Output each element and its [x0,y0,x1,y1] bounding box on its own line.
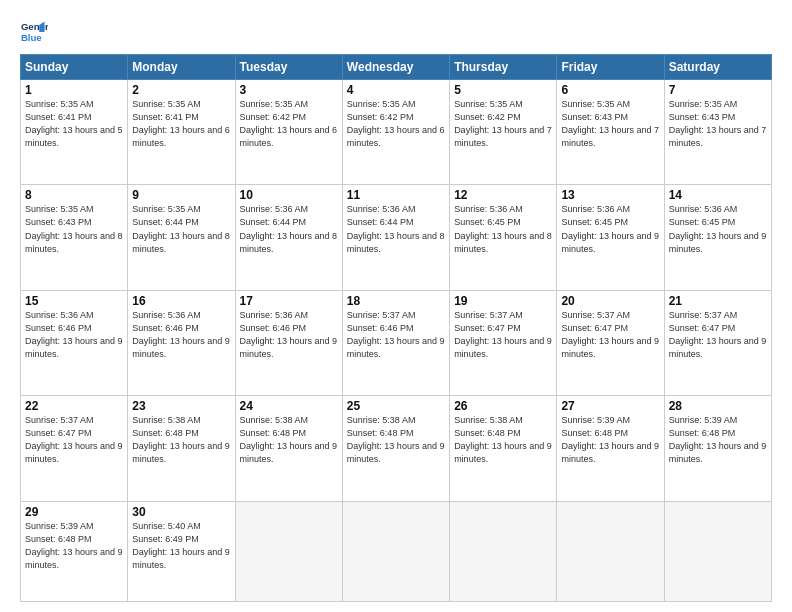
calendar-day-cell: 9Sunrise: 5:35 AMSunset: 6:44 PMDaylight… [128,185,235,290]
logo: General Blue [20,18,48,46]
day-info: Sunrise: 5:35 AMSunset: 6:42 PMDaylight:… [347,98,445,150]
day-number: 14 [669,188,767,202]
calendar-day-cell: 26Sunrise: 5:38 AMSunset: 6:48 PMDayligh… [450,396,557,501]
day-number: 17 [240,294,338,308]
day-info: Sunrise: 5:38 AMSunset: 6:48 PMDaylight:… [347,414,445,466]
calendar-day-cell [557,501,664,601]
day-info: Sunrise: 5:36 AMSunset: 6:44 PMDaylight:… [347,203,445,255]
day-number: 4 [347,83,445,97]
day-number: 28 [669,399,767,413]
calendar-day-cell: 2Sunrise: 5:35 AMSunset: 6:41 PMDaylight… [128,80,235,185]
day-number: 26 [454,399,552,413]
day-number: 25 [347,399,445,413]
calendar-day-cell: 28Sunrise: 5:39 AMSunset: 6:48 PMDayligh… [664,396,771,501]
calendar-day-cell: 8Sunrise: 5:35 AMSunset: 6:43 PMDaylight… [21,185,128,290]
day-info: Sunrise: 5:35 AMSunset: 6:41 PMDaylight:… [25,98,123,150]
calendar-day-cell: 6Sunrise: 5:35 AMSunset: 6:43 PMDaylight… [557,80,664,185]
day-info: Sunrise: 5:36 AMSunset: 6:45 PMDaylight:… [454,203,552,255]
calendar-day-cell: 16Sunrise: 5:36 AMSunset: 6:46 PMDayligh… [128,290,235,395]
calendar-week-row: 22Sunrise: 5:37 AMSunset: 6:47 PMDayligh… [21,396,772,501]
weekday-header: Sunday [21,55,128,80]
calendar-day-cell: 19Sunrise: 5:37 AMSunset: 6:47 PMDayligh… [450,290,557,395]
calendar-day-cell: 3Sunrise: 5:35 AMSunset: 6:42 PMDaylight… [235,80,342,185]
day-number: 11 [347,188,445,202]
page: General Blue SundayMondayTuesdayWednesda… [0,0,792,612]
calendar-day-cell: 15Sunrise: 5:36 AMSunset: 6:46 PMDayligh… [21,290,128,395]
day-info: Sunrise: 5:38 AMSunset: 6:48 PMDaylight:… [454,414,552,466]
day-info: Sunrise: 5:38 AMSunset: 6:48 PMDaylight:… [240,414,338,466]
day-info: Sunrise: 5:36 AMSunset: 6:46 PMDaylight:… [240,309,338,361]
calendar-day-cell: 27Sunrise: 5:39 AMSunset: 6:48 PMDayligh… [557,396,664,501]
day-info: Sunrise: 5:35 AMSunset: 6:44 PMDaylight:… [132,203,230,255]
day-info: Sunrise: 5:35 AMSunset: 6:42 PMDaylight:… [454,98,552,150]
header: General Blue [20,18,772,46]
calendar-week-row: 1Sunrise: 5:35 AMSunset: 6:41 PMDaylight… [21,80,772,185]
day-number: 2 [132,83,230,97]
day-info: Sunrise: 5:38 AMSunset: 6:48 PMDaylight:… [132,414,230,466]
day-number: 9 [132,188,230,202]
day-number: 6 [561,83,659,97]
calendar-day-cell: 24Sunrise: 5:38 AMSunset: 6:48 PMDayligh… [235,396,342,501]
day-number: 27 [561,399,659,413]
day-info: Sunrise: 5:36 AMSunset: 6:44 PMDaylight:… [240,203,338,255]
day-info: Sunrise: 5:37 AMSunset: 6:46 PMDaylight:… [347,309,445,361]
calendar-day-cell: 30Sunrise: 5:40 AMSunset: 6:49 PMDayligh… [128,501,235,601]
day-info: Sunrise: 5:35 AMSunset: 6:43 PMDaylight:… [25,203,123,255]
day-info: Sunrise: 5:37 AMSunset: 6:47 PMDaylight:… [561,309,659,361]
day-info: Sunrise: 5:35 AMSunset: 6:41 PMDaylight:… [132,98,230,150]
weekday-header-row: SundayMondayTuesdayWednesdayThursdayFrid… [21,55,772,80]
day-number: 18 [347,294,445,308]
day-number: 20 [561,294,659,308]
calendar-day-cell: 17Sunrise: 5:36 AMSunset: 6:46 PMDayligh… [235,290,342,395]
day-info: Sunrise: 5:35 AMSunset: 6:43 PMDaylight:… [561,98,659,150]
day-info: Sunrise: 5:39 AMSunset: 6:48 PMDaylight:… [561,414,659,466]
day-number: 10 [240,188,338,202]
day-number: 8 [25,188,123,202]
logo-icon: General Blue [20,18,48,46]
weekday-header: Wednesday [342,55,449,80]
calendar-day-cell: 1Sunrise: 5:35 AMSunset: 6:41 PMDaylight… [21,80,128,185]
day-info: Sunrise: 5:36 AMSunset: 6:46 PMDaylight:… [132,309,230,361]
day-number: 24 [240,399,338,413]
day-info: Sunrise: 5:36 AMSunset: 6:45 PMDaylight:… [561,203,659,255]
calendar-day-cell: 25Sunrise: 5:38 AMSunset: 6:48 PMDayligh… [342,396,449,501]
calendar-day-cell: 4Sunrise: 5:35 AMSunset: 6:42 PMDaylight… [342,80,449,185]
day-info: Sunrise: 5:39 AMSunset: 6:48 PMDaylight:… [669,414,767,466]
calendar-day-cell [664,501,771,601]
calendar-day-cell: 21Sunrise: 5:37 AMSunset: 6:47 PMDayligh… [664,290,771,395]
calendar-day-cell: 10Sunrise: 5:36 AMSunset: 6:44 PMDayligh… [235,185,342,290]
calendar-day-cell: 29Sunrise: 5:39 AMSunset: 6:48 PMDayligh… [21,501,128,601]
day-number: 21 [669,294,767,308]
day-info: Sunrise: 5:35 AMSunset: 6:43 PMDaylight:… [669,98,767,150]
calendar-week-row: 15Sunrise: 5:36 AMSunset: 6:46 PMDayligh… [21,290,772,395]
calendar-day-cell: 18Sunrise: 5:37 AMSunset: 6:46 PMDayligh… [342,290,449,395]
day-number: 30 [132,505,230,519]
day-info: Sunrise: 5:36 AMSunset: 6:45 PMDaylight:… [669,203,767,255]
day-info: Sunrise: 5:37 AMSunset: 6:47 PMDaylight:… [454,309,552,361]
day-number: 7 [669,83,767,97]
day-number: 15 [25,294,123,308]
day-info: Sunrise: 5:37 AMSunset: 6:47 PMDaylight:… [669,309,767,361]
day-info: Sunrise: 5:37 AMSunset: 6:47 PMDaylight:… [25,414,123,466]
weekday-header: Saturday [664,55,771,80]
day-number: 29 [25,505,123,519]
day-info: Sunrise: 5:35 AMSunset: 6:42 PMDaylight:… [240,98,338,150]
day-number: 3 [240,83,338,97]
calendar-week-row: 8Sunrise: 5:35 AMSunset: 6:43 PMDaylight… [21,185,772,290]
weekday-header: Tuesday [235,55,342,80]
day-number: 19 [454,294,552,308]
calendar-day-cell: 13Sunrise: 5:36 AMSunset: 6:45 PMDayligh… [557,185,664,290]
day-number: 16 [132,294,230,308]
calendar-day-cell [450,501,557,601]
calendar-table: SundayMondayTuesdayWednesdayThursdayFrid… [20,54,772,602]
weekday-header: Friday [557,55,664,80]
day-number: 13 [561,188,659,202]
calendar-day-cell: 11Sunrise: 5:36 AMSunset: 6:44 PMDayligh… [342,185,449,290]
day-number: 5 [454,83,552,97]
calendar-day-cell: 12Sunrise: 5:36 AMSunset: 6:45 PMDayligh… [450,185,557,290]
weekday-header: Thursday [450,55,557,80]
calendar-day-cell [235,501,342,601]
day-number: 12 [454,188,552,202]
day-info: Sunrise: 5:40 AMSunset: 6:49 PMDaylight:… [132,520,230,572]
day-number: 1 [25,83,123,97]
